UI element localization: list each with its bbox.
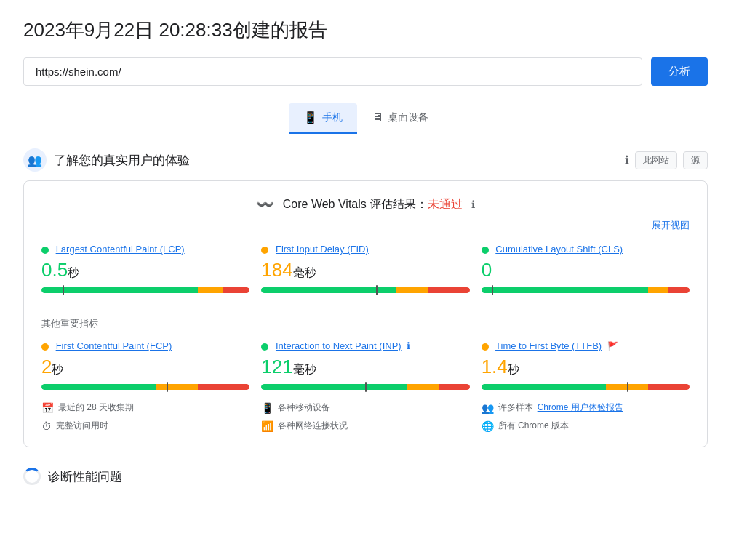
fcp-value: 2秒 (41, 356, 249, 378)
footer-chrome-text: 所有 Chrome 版本 (498, 420, 569, 432)
fid-unit: 毫秒 (293, 266, 316, 279)
fid-num: 184 (261, 259, 292, 281)
cls-value: 0 (482, 259, 690, 281)
ttfb-bar (482, 384, 690, 390)
section-header: 👥 了解您的真实用户的体验 ℹ 此网站 源 (23, 148, 708, 172)
fcp-bar-red (198, 384, 250, 390)
core-vitals-header: 〰️ Core Web Vitals 评估结果：未通过 ℹ (41, 196, 690, 213)
cwv-status: 未通过 (428, 198, 463, 210)
ttfb-bar-wrap (482, 384, 690, 390)
lcp-bar (41, 287, 249, 293)
cls-bar-red (668, 287, 690, 293)
fcp-bar-orange (156, 384, 197, 390)
network-icon: 📶 (261, 420, 273, 432)
inp-num: 121 (261, 356, 292, 377)
cls-bar-orange (648, 287, 669, 293)
inp-bar-green (261, 384, 407, 390)
page-title: 2023年9月22日 20:28:33创建的报告 (23, 17, 708, 43)
metric-fcp: First Contentful Paint (FCP) 2秒 (41, 340, 249, 390)
fcp-label: First Contentful Paint (FCP) (41, 340, 249, 351)
analyze-button[interactable]: 分析 (651, 57, 708, 86)
inp-bar-orange (407, 384, 439, 390)
footer-full-visit: ⏱ 完整访问用时 (41, 420, 249, 432)
inp-link[interactable]: Interaction to Next Paint (INP) (276, 340, 402, 351)
mobile-icon: 📱 (303, 111, 318, 124)
source-button[interactable]: 源 (683, 151, 708, 169)
lcp-bar-green (41, 287, 198, 293)
lcp-bar-orange (198, 287, 223, 293)
fid-bar (261, 287, 469, 293)
ttfb-link[interactable]: Time to First Byte (TTFB) (495, 340, 602, 351)
ttfb-flag-icon: 🚩 (607, 341, 618, 351)
other-metrics-grid: First Contentful Paint (FCP) 2秒 Interact… (41, 340, 690, 390)
metric-lcp: Largest Contentful Paint (LCP) 0.5秒 (41, 244, 249, 293)
footer-samples: 👥 许多样本 Chrome 用户体验报告 (482, 401, 690, 414)
inp-unit: 毫秒 (293, 363, 316, 375)
inp-dot (261, 343, 268, 351)
cwv-icon: 〰️ (256, 196, 274, 213)
tab-mobile-label: 手机 (322, 111, 343, 124)
ttfb-unit: 秒 (508, 363, 519, 375)
tab-mobile[interactable]: 📱 手机 (289, 103, 357, 134)
inp-bar-red (439, 384, 470, 390)
diagnostic-title: 诊断性能问题 (48, 468, 122, 485)
users-icon-circle: 👥 (23, 148, 47, 172)
main-card: 〰️ Core Web Vitals 评估结果：未通过 ℹ 展开视图 Large… (23, 180, 708, 447)
lcp-value: 0.5秒 (41, 259, 249, 281)
footer-chrome: 🌐 所有 Chrome 版本 (482, 420, 690, 432)
cwv-info-icon[interactable]: ℹ (471, 199, 475, 210)
cls-link[interactable]: Cumulative Layout Shift (CLS) (495, 244, 623, 255)
cls-bar (482, 287, 690, 293)
info-circle-icon: ℹ (625, 153, 629, 167)
cls-marker (492, 285, 493, 295)
fcp-link[interactable]: First Contentful Paint (FCP) (56, 340, 172, 351)
metric-inp: Interaction to Next Paint (INP) ℹ 121毫秒 (261, 340, 469, 390)
section-title: 了解您的真实用户的体验 (54, 152, 190, 169)
footer-full-visit-text: 完整访问用时 (56, 420, 108, 432)
cls-num: 0 (482, 259, 492, 281)
footer-collection-text: 最近的 28 天收集期 (58, 401, 134, 414)
cls-bar-wrap (482, 287, 690, 293)
lcp-unit: 秒 (68, 266, 79, 279)
ttfb-label: Time to First Byte (TTFB) 🚩 (482, 340, 690, 351)
lcp-marker (63, 285, 64, 295)
lcp-dot (41, 247, 49, 254)
section-left: 👥 了解您的真实用户的体验 (23, 148, 190, 172)
fid-label: First Input Delay (FID) (261, 244, 469, 255)
ttfb-marker (627, 382, 628, 392)
fid-link[interactable]: First Input Delay (FID) (276, 244, 369, 255)
section-right: ℹ 此网站 源 (625, 151, 708, 169)
fid-bar-red (428, 287, 469, 293)
metric-fid: First Input Delay (FID) 184毫秒 (261, 244, 469, 293)
lcp-num: 0.5 (41, 259, 68, 281)
fid-bar-wrap (261, 287, 469, 293)
ttfb-bar-red (648, 384, 690, 390)
fid-dot (261, 247, 268, 254)
lcp-bar-red (223, 287, 249, 293)
fcp-num: 2 (41, 356, 52, 377)
expand-link[interactable]: 展开视图 (41, 219, 690, 232)
ttfb-bar-green (482, 384, 607, 390)
timer-icon: ⏱ (41, 420, 52, 432)
inp-bar-wrap (261, 384, 469, 390)
footer-samples-prefix: 许多样本 (498, 401, 533, 414)
divider (41, 305, 690, 305)
cls-label: Cumulative Layout Shift (CLS) (482, 244, 690, 255)
cls-dot (482, 247, 489, 254)
crux-report-link[interactable]: Chrome 用户体验报告 (538, 401, 623, 414)
ttfb-dot (482, 343, 489, 351)
fcp-bar-wrap (41, 384, 249, 390)
tabs-row: 📱 手机 🖥 桌面设备 (23, 103, 708, 134)
inp-info-icon[interactable]: ℹ (407, 340, 410, 351)
lcp-link[interactable]: Largest Contentful Paint (LCP) (56, 244, 185, 255)
tab-desktop[interactable]: 🖥 桌面设备 (357, 103, 443, 134)
chrome-icon: 🌐 (482, 420, 494, 432)
lcp-label: Largest Contentful Paint (LCP) (41, 244, 249, 255)
fcp-marker (167, 382, 168, 392)
url-input[interactable] (23, 57, 642, 86)
calendar-icon: 📅 (41, 402, 54, 414)
other-metrics-label: 其他重要指标 (41, 317, 690, 330)
url-bar-row: 分析 (23, 57, 708, 86)
this-site-button[interactable]: 此网站 (635, 151, 677, 169)
cls-bar-green (482, 287, 648, 293)
